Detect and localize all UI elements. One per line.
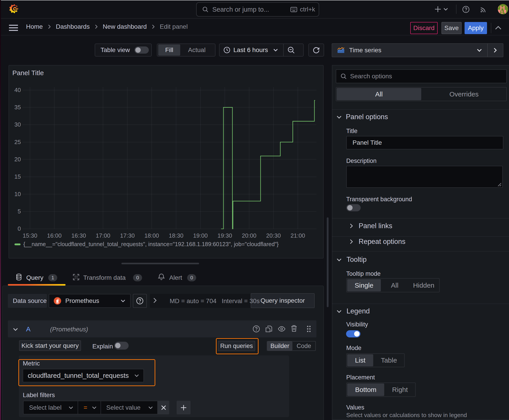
svg-text:15:30: 15:30: [23, 232, 37, 239]
svg-text:0: 0: [18, 225, 21, 232]
svg-text:16:30: 16:30: [71, 232, 86, 239]
svg-text:19:00: 19:00: [193, 232, 208, 239]
svg-text:21:00: 21:00: [290, 232, 305, 239]
svg-text:18:30: 18:30: [169, 232, 183, 239]
svg-text:10: 10: [14, 191, 21, 197]
svg-text:15: 15: [14, 173, 21, 180]
svg-text:5: 5: [18, 208, 21, 215]
svg-text:19:30: 19:30: [218, 232, 232, 239]
svg-text:35: 35: [14, 104, 21, 111]
svg-text:25: 25: [14, 139, 21, 145]
svg-text:{__name__="cloudflared_tunnel_: {__name__="cloudflared_tunnel_total_requ…: [23, 241, 279, 247]
svg-text:30: 30: [14, 121, 21, 128]
svg-text:17:00: 17:00: [96, 232, 110, 239]
svg-text:17:30: 17:30: [120, 232, 135, 239]
svg-text:20:30: 20:30: [266, 232, 281, 239]
svg-text:20:00: 20:00: [242, 232, 256, 239]
svg-text:18:00: 18:00: [144, 232, 159, 239]
svg-text:16:00: 16:00: [47, 232, 61, 239]
svg-text:40: 40: [14, 87, 21, 93]
svg-text:20: 20: [14, 156, 21, 163]
